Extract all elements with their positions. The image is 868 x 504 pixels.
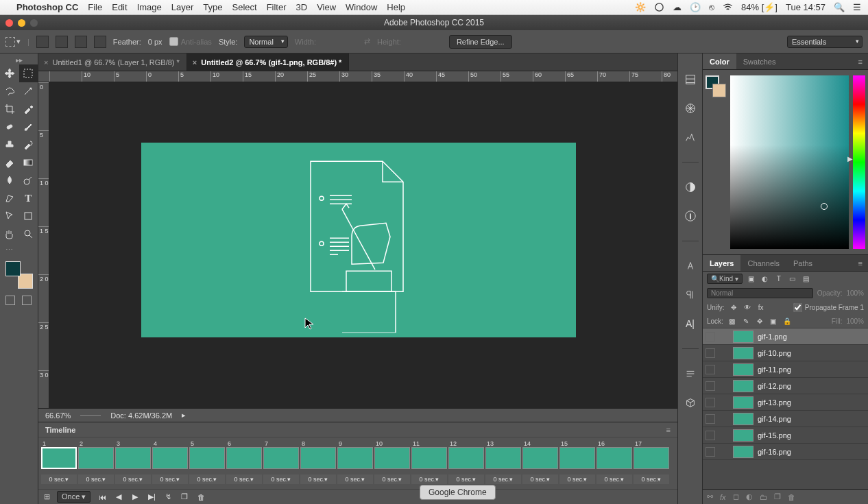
visibility-toggle[interactable]: [706, 447, 715, 457]
visibility-toggle[interactable]: [706, 332, 715, 341]
layer-row[interactable]: gif-15.png: [703, 427, 868, 444]
feather-value[interactable]: 0 px: [148, 38, 162, 46]
frame-delay[interactable]: 0 sec.▾: [41, 475, 77, 484]
3d-panel-icon[interactable]: [684, 396, 697, 409]
layer-row[interactable]: gif-11.png: [703, 361, 868, 378]
layer-fx-icon[interactable]: fx: [720, 493, 726, 501]
tween-button[interactable]: ↯: [163, 492, 173, 501]
frame-delay[interactable]: 0 sec.▾: [115, 475, 151, 484]
menu-file[interactable]: File: [88, 2, 102, 12]
panel-menu-icon[interactable]: ≡: [666, 426, 671, 434]
frame-delay[interactable]: 0 sec.▾: [152, 475, 188, 484]
lasso-tool-icon[interactable]: [0, 82, 19, 100]
visibility-toggle[interactable]: [706, 381, 715, 391]
layer-group-icon[interactable]: 🗀: [760, 493, 767, 501]
crop-tool-icon[interactable]: [0, 100, 19, 118]
quickmask-icon[interactable]: [5, 296, 15, 305]
paragraph-panel-icon[interactable]: [684, 288, 697, 302]
visibility-toggle[interactable]: [706, 348, 715, 358]
lock-position-icon[interactable]: ✥: [755, 316, 764, 326]
pen-tool-icon[interactable]: [0, 189, 19, 207]
document-tab[interactable]: ×Untitled2 @ 66.7% (gif-1.png, RGB/8#) *: [187, 53, 350, 71]
loop-select[interactable]: Once ▾: [57, 491, 91, 503]
selection-add-icon[interactable]: [56, 36, 68, 48]
doc-size[interactable]: Doc: 4.62M/36.2M: [110, 411, 172, 420]
timeline-frame[interactable]: 130 sec.▾: [485, 440, 521, 489]
zoom-tool-icon[interactable]: [19, 225, 38, 243]
frame-delay[interactable]: 0 sec.▾: [300, 475, 336, 484]
close-tab-icon[interactable]: ×: [193, 58, 197, 67]
unify-position-icon[interactable]: ✥: [729, 302, 738, 312]
convert-timeline-icon[interactable]: ⊞: [44, 492, 50, 501]
timeline-frame[interactable]: 80 sec.▾: [300, 440, 336, 489]
selection-subtract-icon[interactable]: [75, 36, 87, 48]
layer-row[interactable]: gif-14.png: [703, 411, 868, 427]
layer-row[interactable]: gif-1.png: [703, 328, 868, 345]
frame-delay[interactable]: 0 sec.▾: [78, 475, 114, 484]
new-layer-icon[interactable]: ❐: [774, 492, 781, 501]
timeline-frame[interactable]: 30 sec.▾: [115, 440, 151, 489]
close-tab-icon[interactable]: ×: [44, 58, 48, 67]
menu-help[interactable]: Help: [387, 2, 405, 12]
selection-intersect-icon[interactable]: [94, 36, 106, 48]
frame-delay[interactable]: 0 sec.▾: [189, 475, 225, 484]
menu-edit[interactable]: Edit: [112, 2, 127, 12]
hue-slider[interactable]: [853, 75, 865, 249]
delete-layer-icon[interactable]: 🗑: [788, 493, 795, 501]
link-layers-icon[interactable]: ⚯: [707, 492, 713, 501]
color-indicator[interactable]: [821, 203, 828, 210]
frame-delay[interactable]: 0 sec.▾: [263, 475, 299, 484]
filter-smart-icon[interactable]: ▤: [801, 274, 811, 284]
adjustment-layer-icon[interactable]: ◐: [746, 492, 753, 501]
refine-edge-button[interactable]: Refine Edge...: [449, 35, 512, 49]
layer-row[interactable]: gif-10.png: [703, 345, 868, 361]
selection-new-icon[interactable]: [36, 36, 49, 48]
visibility-toggle[interactable]: [706, 431, 715, 440]
timeline-frame[interactable]: 120 sec.▾: [448, 440, 484, 489]
timeline-frame[interactable]: 100 sec.▾: [374, 440, 410, 489]
cc-icon[interactable]: [654, 2, 664, 12]
channels-tab[interactable]: Channels: [740, 255, 786, 271]
color-panel[interactable]: ▶: [703, 70, 868, 255]
propagate-checkbox[interactable]: Propagate Frame 1: [793, 303, 864, 312]
filter-type-icon[interactable]: T: [774, 274, 784, 284]
swatches-tab[interactable]: Swatches: [736, 53, 783, 69]
frame-delay[interactable]: 0 sec.▾: [226, 475, 262, 484]
panel-menu-icon[interactable]: ≡: [853, 58, 868, 66]
filter-shape-icon[interactable]: ▭: [788, 274, 797, 284]
panel-menu-icon[interactable]: ≡: [853, 259, 868, 267]
info-panel-icon[interactable]: i: [684, 209, 697, 223]
wand-tool-icon[interactable]: [19, 82, 38, 100]
play-button[interactable]: ▶: [130, 492, 140, 501]
lock-brush-icon[interactable]: ✎: [741, 316, 751, 326]
tool-preset-icon[interactable]: ▾: [5, 37, 21, 47]
visibility-toggle[interactable]: [706, 414, 715, 424]
new-frame-button[interactable]: ❐: [180, 492, 189, 501]
vertical-ruler[interactable]: 051 01 52 02 53 0: [38, 82, 49, 408]
dodge-tool-icon[interactable]: [19, 171, 38, 189]
layer-filter-select[interactable]: 🔍Kind ▾: [707, 274, 743, 284]
menu-3d[interactable]: 3D: [296, 2, 308, 12]
spotlight-icon[interactable]: 🔍: [834, 2, 845, 12]
clock-icon[interactable]: 🕑: [690, 2, 701, 12]
layer-mask-icon[interactable]: ◻: [733, 492, 739, 501]
workspace-select[interactable]: Essentials: [787, 36, 863, 48]
timeline-frame[interactable]: 10 sec.▾: [41, 440, 77, 489]
menu-layer[interactable]: Layer: [171, 2, 194, 12]
unify-visibility-icon[interactable]: 👁: [743, 302, 752, 312]
shape-tool-icon[interactable]: [19, 207, 38, 225]
window-minimize-button[interactable]: [18, 19, 25, 27]
wifi-icon[interactable]: [723, 2, 733, 12]
visibility-toggle[interactable]: [706, 398, 715, 407]
lock-all-icon[interactable]: 🔒: [782, 316, 792, 326]
tool-extras-icon[interactable]: ⋯: [0, 243, 38, 257]
frame-delay[interactable]: 0 sec.▾: [596, 475, 632, 484]
path-select-tool-icon[interactable]: [0, 207, 19, 225]
timeline-frame[interactable]: 110 sec.▾: [411, 440, 447, 489]
frame-delay[interactable]: 0 sec.▾: [634, 475, 669, 484]
frame-delay[interactable]: 0 sec.▾: [337, 475, 373, 484]
first-frame-button[interactable]: ⏮: [97, 493, 107, 501]
move-tool-icon[interactable]: [0, 64, 19, 82]
frame-delay[interactable]: 0 sec.▾: [411, 475, 447, 484]
eraser-tool-icon[interactable]: [0, 154, 19, 171]
